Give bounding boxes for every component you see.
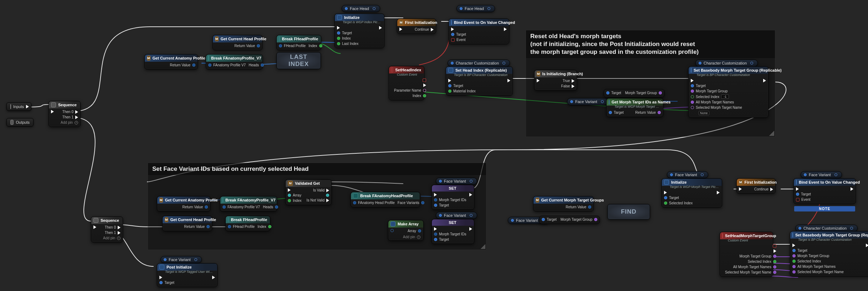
break-fanatomyhead-node[interactable]: Break FAnatomyHeadProfile FAnatomy Head … <box>351 192 420 207</box>
exec-out-icon[interactable] <box>326 199 329 202</box>
var-out-pin[interactable] <box>601 100 604 103</box>
pin-in[interactable] <box>390 229 394 232</box>
add-pin-icon[interactable]: + <box>75 121 78 124</box>
exec-out-icon[interactable] <box>504 27 507 31</box>
delegate-out[interactable] <box>423 78 426 82</box>
exec-in-icon[interactable] <box>399 27 402 31</box>
exec-out-icon[interactable] <box>423 83 426 87</box>
exec-out-icon[interactable] <box>717 191 720 194</box>
charcust-var-1[interactable]: Character Customization <box>448 60 510 67</box>
bind-event-node[interactable]: Bind Event to On Value Changed Target Ev… <box>449 19 509 44</box>
pin-in[interactable] <box>691 106 694 109</box>
set-head-index-rep-node[interactable]: Set Head Index (Replicable) Target is BP… <box>446 66 513 96</box>
var-out-pin[interactable] <box>470 214 473 217</box>
initialize-node[interactable]: Initialize Target is WGP Index Picker Ta… <box>335 14 384 48</box>
pin-out-array[interactable] <box>275 205 278 209</box>
pin-in-obj[interactable] <box>664 196 667 199</box>
exec-out-icon[interactable] <box>212 276 215 279</box>
resize-handle-icon[interactable] <box>480 244 485 249</box>
delegate-pin[interactable] <box>451 38 455 42</box>
outputs-tunnel[interactable]: Outputs <box>6 118 34 127</box>
pin-out-array[interactable] <box>588 205 591 209</box>
exec-in-icon[interactable] <box>93 225 96 229</box>
pin-out-int[interactable] <box>268 225 271 228</box>
var-out-pin[interactable] <box>487 7 490 10</box>
pin-in-int[interactable] <box>337 42 340 45</box>
last-index-node[interactable]: LAST INDEX <box>276 52 321 69</box>
exec-out-icon[interactable] <box>572 85 575 88</box>
post-initialize-node[interactable]: Post Initialize Target is WGP Tagged Use… <box>157 263 218 287</box>
first-initialization-node-2[interactable]: MFirst Initialization Continue <box>736 178 776 194</box>
pin-out[interactable] <box>773 271 776 274</box>
pin-in-int[interactable] <box>691 95 694 98</box>
pin-out-array[interactable] <box>773 265 776 269</box>
exec-in-icon[interactable] <box>664 191 667 194</box>
pin-out[interactable] <box>423 89 426 92</box>
pin-in-struct[interactable] <box>279 44 282 47</box>
pin-out-int[interactable] <box>319 44 322 47</box>
face-variant-var-1[interactable]: Face Variant <box>567 98 608 105</box>
pin-default-value[interactable]: None <box>699 111 709 115</box>
pin-in-obj[interactable] <box>434 204 437 207</box>
get-current-anatomy-profile-node-2[interactable]: MGet Current Anatomy Profile Return Valu… <box>157 196 210 211</box>
pin-out-array[interactable] <box>421 201 424 204</box>
charcust-var-3[interactable]: Character Customization <box>795 225 858 232</box>
var-out-pin[interactable] <box>850 227 853 230</box>
inputs-tunnel[interactable]: Inputs <box>6 102 31 111</box>
exec-in-icon[interactable] <box>159 276 162 279</box>
is-initializing-branch-node[interactable]: MIs Initializing (Branch) True False <box>534 70 577 91</box>
pin-out-struct[interactable] <box>206 225 210 228</box>
get-current-head-profile-node-2[interactable]: MGet Current Head Profile Return Value <box>162 216 212 231</box>
get-current-morph-groups-node[interactable]: MGet Current Morph Target Groups Return … <box>533 196 594 211</box>
exec-in-icon[interactable] <box>434 227 437 231</box>
make-array-node[interactable]: Make Array Array Add pin+ <box>388 220 424 241</box>
setheadmorph-event-node[interactable]: SetHeadMorphTargetGroup Custom Event Mor… <box>720 232 773 277</box>
sequence-node-2[interactable]: Sequence Then 0 Then 1 Add pin+ <box>91 216 123 242</box>
exec-out-icon[interactable] <box>469 193 472 196</box>
charcust-var-2[interactable]: Character Customization <box>695 60 758 67</box>
pin-in-obj[interactable] <box>448 84 451 87</box>
pin-in-int[interactable] <box>288 199 291 202</box>
find-node[interactable]: FIND <box>607 204 650 220</box>
pin-in-obj[interactable] <box>792 249 796 252</box>
set-basebody-morph-node-2[interactable]: Set Basebody Morph Target Group (Replica… <box>790 231 868 276</box>
var-out-pin[interactable] <box>194 258 197 261</box>
var-out-pin[interactable] <box>373 7 376 10</box>
sequence-node-1[interactable]: Sequence Then 0 Then 1 Add pin+ <box>48 101 81 127</box>
initialize-node-2[interactable]: Initialize Target is WGP Morph Target Pi… <box>662 178 722 208</box>
pin-in-int[interactable] <box>792 260 796 263</box>
face-head-var-2[interactable]: Face Head <box>456 5 495 12</box>
pin-out-array[interactable] <box>261 63 264 67</box>
pin-out-int[interactable] <box>773 260 776 263</box>
face-variant-var-3[interactable]: Face Variant <box>436 212 477 219</box>
get-current-head-profile-node[interactable]: MGet Current Head Profile Return Value <box>213 35 262 50</box>
exec-in-icon[interactable] <box>691 79 694 82</box>
pin-in-obj[interactable] <box>609 111 612 114</box>
exec-in-icon[interactable] <box>288 188 291 192</box>
reroute-target-morph-node[interactable]: Target Morph Target Group <box>604 89 664 97</box>
exec-out-icon[interactable] <box>379 26 382 30</box>
pin-out[interactable] <box>326 194 329 197</box>
add-pin-label[interactable]: Add pin <box>403 235 415 239</box>
face-variant-var-4[interactable]: Face Variant <box>160 256 202 263</box>
exec-in-icon[interactable] <box>739 187 742 191</box>
reroute-target-morph-node-2[interactable]: Target Morph Target Group <box>539 216 600 224</box>
add-pin-label[interactable]: Add pin <box>103 236 115 240</box>
exec-out-icon[interactable] <box>118 231 121 235</box>
pin-in-int[interactable] <box>664 201 667 205</box>
pin-in-obj[interactable] <box>691 84 694 87</box>
pin-in-int[interactable] <box>448 90 451 93</box>
delegate-out[interactable] <box>773 244 776 248</box>
add-pin-icon[interactable]: + <box>117 236 121 240</box>
pin-in[interactable] <box>792 254 796 257</box>
exec-in-icon[interactable] <box>796 187 799 191</box>
exec-in-icon[interactable] <box>451 27 454 31</box>
pin-out-array[interactable] <box>658 111 661 114</box>
validated-get-node[interactable]: MValidated Get Array Index Is Valid Is N… <box>285 179 332 205</box>
break-fheadprofile-node-2[interactable]: Break FHeadProfile FHead Profile Index <box>225 216 270 231</box>
exec-in-icon[interactable] <box>537 79 540 82</box>
pin-in[interactable] <box>691 90 694 93</box>
pin-in-array[interactable] <box>288 194 291 197</box>
exec-out-icon[interactable] <box>851 187 853 191</box>
break-fanatomyprofile-node[interactable]: Break FAnatomyProfile_V7 FAnatomy Profil… <box>206 54 263 70</box>
